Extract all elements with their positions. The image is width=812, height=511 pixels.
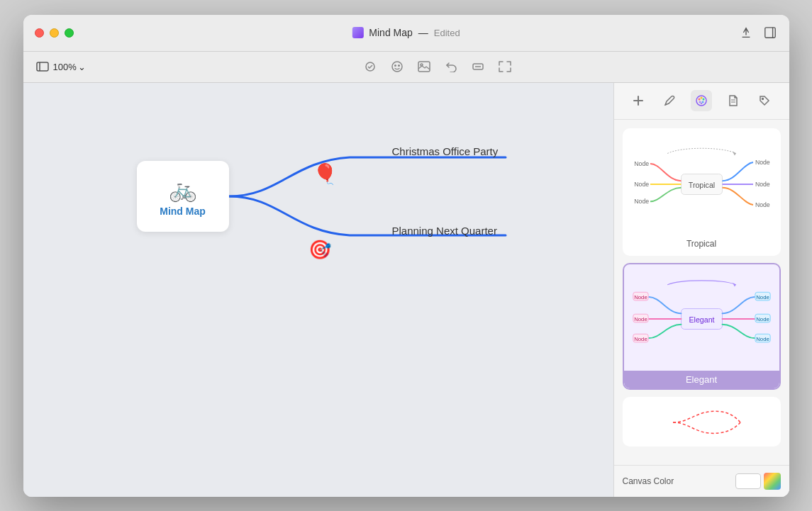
svg-text:Node: Node (756, 293, 769, 300)
svg-marker-32 (733, 151, 736, 155)
toolbar-tools (97, 59, 778, 74)
canvas-color-label: Canvas Color (623, 476, 674, 486)
svg-point-19 (699, 101, 701, 103)
svg-text:Node: Node (634, 198, 649, 205)
elegant-preview: Elegant Node Node Node (624, 264, 779, 371)
svg-text:Node: Node (755, 180, 769, 187)
titlebar: Mind Map — Edited (23, 15, 789, 52)
branch-top-label[interactable]: Christmas Office Party (392, 145, 499, 157)
color-swatch-container (735, 473, 781, 490)
branch-bottom-label[interactable]: Planning Next Quarter (392, 225, 497, 237)
sidebar-panel-toggle[interactable] (35, 59, 50, 74)
svg-marker-47 (733, 282, 736, 286)
checkmark-tool[interactable] (362, 59, 378, 74)
sidebar-toolbar (614, 83, 789, 120)
window-title: Mind Map (369, 27, 412, 38)
traffic-lights (35, 28, 74, 38)
toolbar: 100% ⌄ (23, 52, 789, 83)
style-card-elegant[interactable]: Elegant Node Node Node (623, 263, 781, 390)
canvas-color-bar: Canvas Color (614, 465, 789, 497)
svg-text:Node: Node (634, 159, 649, 167)
color-palette-button[interactable] (764, 473, 781, 490)
root-node[interactable]: 🚲 Mind Map (137, 161, 229, 232)
app-window: Mind Map — Edited (23, 15, 789, 497)
svg-point-16 (700, 97, 702, 99)
emoji-tool[interactable] (389, 59, 405, 74)
sidebar-toggle-button[interactable] (762, 25, 778, 40)
close-button[interactable] (35, 28, 44, 38)
minus-tool[interactable] (470, 59, 486, 74)
minimize-button[interactable] (50, 28, 59, 38)
zoom-control[interactable]: 100% ⌄ (53, 62, 86, 72)
sidebar-pen-tool[interactable] (659, 90, 680, 111)
svg-rect-8 (418, 62, 430, 72)
style-card-third[interactable] (623, 397, 781, 447)
sidebar-styles: Tropical Node Node Node (614, 120, 789, 465)
sidebar: Tropical Node Node Node (613, 83, 789, 497)
svg-point-20 (701, 103, 702, 104)
svg-point-6 (394, 65, 396, 67)
svg-point-15 (698, 99, 700, 101)
sidebar-palette-tool[interactable] (691, 90, 712, 111)
svg-point-5 (392, 62, 402, 72)
root-icon: 🚲 (169, 176, 197, 203)
svg-text:Node: Node (755, 201, 769, 208)
root-label: Mind Map (160, 206, 206, 217)
sidebar-tag-tool[interactable] (754, 90, 775, 111)
svg-text:Node: Node (634, 335, 647, 342)
svg-rect-2 (37, 62, 48, 71)
balloon-icon: 🎈 (313, 162, 338, 186)
main-content: 🚲 Mind Map 🎈 Christmas Office Party 🎯 (23, 83, 789, 497)
svg-point-7 (398, 65, 399, 67)
tropical-preview: Tropical Node Node Node (624, 130, 779, 236)
maximize-button[interactable] (65, 28, 74, 38)
titlebar-center: Mind Map — Edited (352, 27, 460, 38)
target-icon: 🎯 (308, 239, 331, 261)
tropical-svg: Tropical Node Node Node (630, 142, 774, 227)
third-preview (624, 398, 779, 447)
app-icon (352, 27, 363, 38)
svg-text:Node: Node (634, 315, 647, 322)
titlebar-right (738, 25, 778, 40)
svg-text:Elegant: Elegant (689, 315, 714, 323)
sidebar-add-tool[interactable] (628, 90, 649, 111)
zoom-value: 100% (53, 62, 77, 72)
fullscreen-tool[interactable] (497, 59, 513, 74)
svg-text:Node: Node (755, 158, 769, 165)
svg-text:Node: Node (756, 315, 769, 322)
edited-badge: Edited (434, 28, 460, 38)
share-button[interactable] (738, 25, 754, 40)
title-separator: — (418, 27, 428, 38)
image-tool[interactable] (416, 59, 432, 74)
sidebar-document-tool[interactable] (723, 90, 744, 111)
svg-text:Node: Node (634, 180, 649, 187)
canvas[interactable]: 🚲 Mind Map 🎈 Christmas Office Party 🎯 (23, 83, 613, 497)
tropical-label: Tropical (624, 236, 779, 254)
canvas-color-swatch[interactable] (735, 473, 761, 489)
svg-point-9 (421, 64, 423, 66)
svg-point-18 (701, 101, 703, 103)
svg-rect-0 (764, 28, 774, 38)
svg-point-23 (762, 99, 764, 100)
zoom-chevron: ⌄ (78, 62, 86, 72)
svg-text:Tropical: Tropical (688, 180, 714, 189)
style-card-tropical[interactable]: Tropical Node Node Node (623, 128, 781, 256)
elegant-svg: Elegant Node Node Node (630, 276, 774, 361)
svg-text:Node: Node (634, 293, 647, 300)
toolbar-left: 100% ⌄ (35, 59, 86, 74)
undo-tool[interactable] (443, 59, 459, 74)
svg-text:Node: Node (756, 335, 769, 342)
third-svg (630, 403, 772, 442)
svg-point-17 (702, 99, 704, 101)
elegant-label: Elegant (624, 371, 779, 388)
